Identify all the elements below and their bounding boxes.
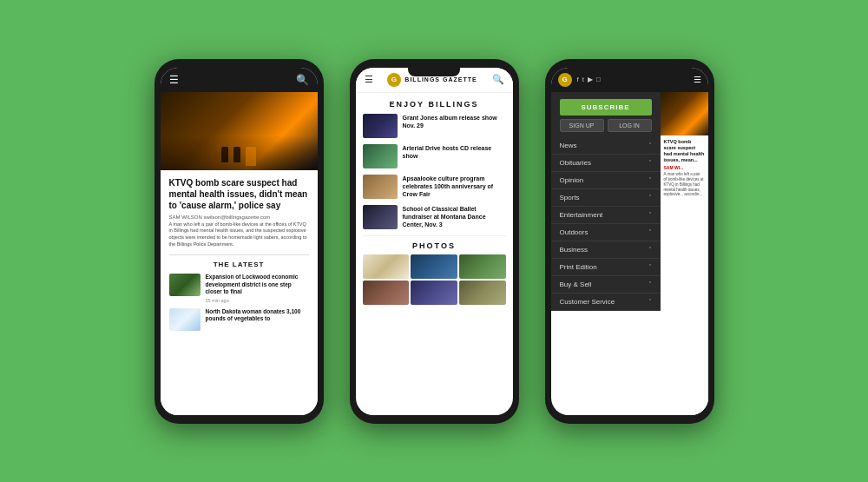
phone-1: ☰ 🔍 KTVQ bomb scare suspect had mental h… <box>155 59 324 424</box>
phone-3: G f t ▶ □ ☰ SUBSCRIBE SIGN UP LOG IN New… <box>545 59 714 424</box>
phone-notch-2 <box>408 68 460 76</box>
chevron-down-icon: ˅ <box>648 176 652 184</box>
log-in-button[interactable]: LOG IN <box>608 119 652 132</box>
photos-grid <box>363 254 506 305</box>
social-icons: f t ▶ □ <box>577 76 688 83</box>
menu-icon[interactable]: ☰ <box>169 74 179 86</box>
nav-item-buy-sell[interactable]: Buy & Sell ˅ <box>551 276 661 294</box>
hamburger-menu-icon[interactable]: ☰ <box>694 75 701 84</box>
chevron-down-icon: ˅ <box>648 194 652 201</box>
byline-name: SAM WILSON <box>169 215 202 220</box>
phone3-wrapper: SUBSCRIBE SIGN UP LOG IN News ˅ Obituari… <box>551 92 708 415</box>
article-text: Arterial Drive hosts CD release show <box>403 144 506 160</box>
nav-label-entertainment: Entertainment <box>560 211 603 219</box>
photo-item[interactable] <box>459 254 506 279</box>
article-thumbnail <box>363 205 398 229</box>
article-text: North Dakota woman donates 3,100 pounds … <box>206 308 309 323</box>
nav-item-opinion[interactable]: Opinion ˅ <box>551 172 661 189</box>
article-text: Expansion of Lockwood economic developme… <box>206 274 309 302</box>
phone3-content: SUBSCRIBE SIGN UP LOG IN News ˅ Obituari… <box>551 92 661 311</box>
list-item[interactable]: Expansion of Lockwood economic developme… <box>169 274 309 302</box>
logo-text: BILLINGS GAZETTE <box>404 76 477 83</box>
article-text: Grant Jones album release show Nov. 29 <box>403 114 506 129</box>
article-thumbnail <box>169 308 201 331</box>
list-item[interactable]: School of Classical Ballet fundraiser at… <box>363 205 506 229</box>
nav-label-buy-sell: Buy & Sell <box>560 281 592 288</box>
nav-label-customer-service: Customer Service <box>560 298 615 306</box>
nav-label-obituaries: Obituaries <box>560 159 591 167</box>
phone1-body: A man who left a pair of bomb-like devic… <box>169 221 309 248</box>
chevron-down-icon: ˅ <box>648 159 652 167</box>
facebook-icon[interactable]: f <box>577 76 579 83</box>
photo-item[interactable] <box>363 254 410 279</box>
peek-content: KTVQ bomb scare suspect had mental healt… <box>661 135 708 201</box>
phone1-byline: SAM WILSON swilson@billingsgazette.com <box>169 215 309 220</box>
search-icon[interactable]: 🔍 <box>492 74 504 85</box>
chevron-down-icon: ˅ <box>648 142 652 149</box>
section-photos: PHOTOS <box>363 235 506 254</box>
photo-item[interactable] <box>411 254 457 279</box>
nav-item-print-edition[interactable]: Print Edition ˅ <box>551 259 661 276</box>
nav-item-sports[interactable]: Sports ˅ <box>551 189 661 207</box>
nav-item-outdoors[interactable]: Outdoors ˅ <box>551 224 661 241</box>
phone1-content: KTVQ bomb scare suspect had mental healt… <box>161 170 318 415</box>
article-thumbnail <box>363 144 398 168</box>
chevron-down-icon: ˅ <box>648 298 652 306</box>
auth-buttons: SIGN UP LOG IN <box>560 119 652 132</box>
phone-screen-3: G f t ▶ □ ☰ SUBSCRIBE SIGN UP LOG IN New… <box>551 68 708 415</box>
nav-label-sports: Sports <box>560 194 580 201</box>
chevron-down-icon: ˅ <box>648 228 652 236</box>
nav-item-entertainment[interactable]: Entertainment ˅ <box>551 207 661 224</box>
list-item[interactable]: Grant Jones album release show Nov. 29 <box>363 114 506 138</box>
article-thumbnail <box>169 274 201 296</box>
nav-label-print-edition: Print Edition <box>560 263 597 271</box>
article-headline: Apsaalooke culture program celebrates 10… <box>403 175 506 198</box>
sign-up-button[interactable]: SIGN UP <box>560 119 604 132</box>
nav-item-business[interactable]: Business ˅ <box>551 241 661 259</box>
logo-badge: G <box>387 73 401 87</box>
instagram-icon[interactable]: □ <box>596 76 601 83</box>
hero-figures <box>221 147 256 166</box>
photo-item[interactable] <box>459 281 506 305</box>
list-item[interactable]: Apsaalooke culture program celebrates 10… <box>363 175 506 199</box>
phone-screen-1: ☰ 🔍 KTVQ bomb scare suspect had mental h… <box>161 68 318 415</box>
phone-notch-3 <box>603 68 655 76</box>
photo-item[interactable] <box>411 281 457 305</box>
phone2-content: ENJOY BILLINGS Grant Jones album release… <box>356 93 513 415</box>
phone-notch-1 <box>213 68 265 76</box>
article-headline: Arterial Drive hosts CD release show <box>403 144 506 160</box>
peek-hero-image <box>661 92 708 135</box>
menu-icon[interactable]: ☰ <box>365 74 373 85</box>
search-icon[interactable]: 🔍 <box>296 74 309 86</box>
subscribe-button[interactable]: SUBSCRIBE <box>560 99 652 116</box>
phone1-headline: KTVQ bomb scare suspect had mental healt… <box>169 177 309 211</box>
twitter-icon[interactable]: t <box>582 76 584 83</box>
nav-item-customer-service[interactable]: Customer Service ˅ <box>551 294 661 311</box>
logo-badge: G <box>558 73 572 87</box>
list-item[interactable]: Arterial Drive hosts CD release show <box>363 144 506 168</box>
chevron-down-icon: ˅ <box>648 263 652 271</box>
peek-headline: KTVQ bomb scare suspect had mental healt… <box>664 139 705 164</box>
article-text: Apsaalooke culture program celebrates 10… <box>403 175 506 198</box>
article-headline: Grant Jones album release show Nov. 29 <box>403 114 506 129</box>
article-headline: School of Classical Ballet fundraiser at… <box>403 205 506 228</box>
photo-item[interactable] <box>363 281 410 305</box>
phone1-section-latest: THE LATEST <box>169 254 309 268</box>
nav-label-opinion: Opinion <box>560 176 584 184</box>
byline-email: swilson@billingsgazette.com <box>204 215 271 220</box>
nav-label-outdoors: Outdoors <box>560 228 589 236</box>
article-thumbnail <box>363 175 398 199</box>
nav-item-obituaries[interactable]: Obituaries ˅ <box>551 155 661 172</box>
peek-byline: SAM WI... <box>664 165 705 170</box>
chevron-down-icon: ˅ <box>648 281 652 288</box>
article-text: School of Classical Ballet fundraiser at… <box>403 205 506 228</box>
article-peek-panel: KTVQ bomb scare suspect had mental healt… <box>661 92 708 415</box>
list-item[interactable]: North Dakota woman donates 3,100 pounds … <box>169 308 309 331</box>
youtube-icon[interactable]: ▶ <box>588 76 593 83</box>
nav-item-news[interactable]: News ˅ <box>551 137 661 155</box>
nav-label-news: News <box>560 142 577 149</box>
chevron-down-icon: ˅ <box>648 211 652 219</box>
phone-2: ☰ G BILLINGS GAZETTE 🔍 ENJOY BILLINGS Gr… <box>350 59 519 424</box>
article-headline: North Dakota woman donates 3,100 pounds … <box>206 308 309 323</box>
nav-label-business: Business <box>560 246 588 254</box>
